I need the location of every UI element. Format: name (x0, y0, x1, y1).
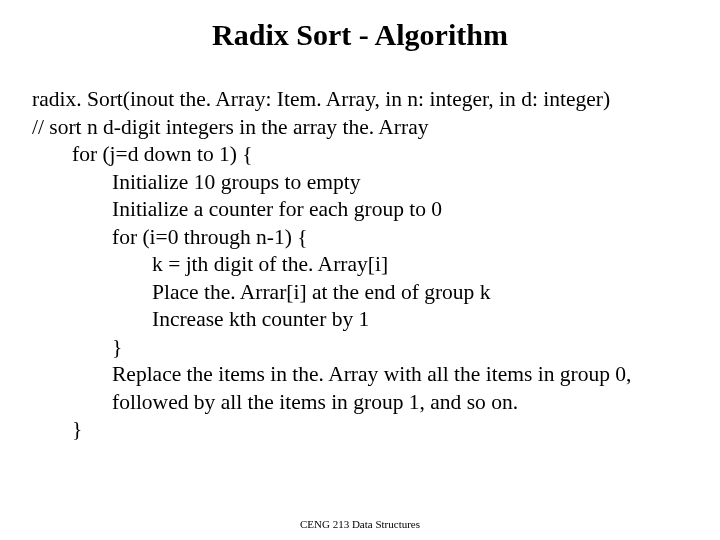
code-line: k = jth digit of the. Array[i] (32, 251, 700, 279)
code-line: for (i=0 through n-1) { (32, 224, 700, 252)
code-line: Increase kth counter by 1 (32, 306, 700, 334)
code-line: for (j=d down to 1) { (32, 141, 700, 169)
code-line: radix. Sort(inout the. Array: Item. Arra… (32, 86, 700, 114)
code-line: } (32, 416, 700, 444)
algorithm-body: radix. Sort(inout the. Array: Item. Arra… (32, 86, 700, 444)
code-line: Replace the items in the. Array with all… (32, 361, 700, 389)
slide-title: Radix Sort - Algorithm (0, 18, 720, 52)
code-line: } (32, 334, 700, 362)
code-line: Initialize a counter for each group to 0 (32, 196, 700, 224)
code-line: // sort n d-digit integers in the array … (32, 114, 700, 142)
slide: Radix Sort - Algorithm radix. Sort(inout… (0, 0, 720, 540)
slide-footer: CENG 213 Data Structures (0, 518, 720, 530)
code-line: followed by all the items in group 1, an… (32, 389, 700, 417)
code-line: Place the. Arrar[i] at the end of group … (32, 279, 700, 307)
code-line: Initialize 10 groups to empty (32, 169, 700, 197)
